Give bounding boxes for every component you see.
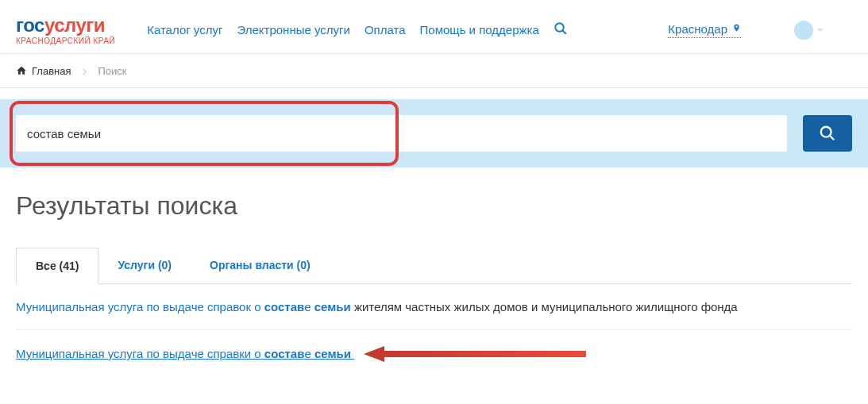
nav-payment[interactable]: Оплата	[365, 23, 406, 37]
search-band	[0, 99, 868, 167]
logo-sub: КРАСНОДАРСКИЙ КРАЙ	[16, 37, 115, 45]
tab-all[interactable]: Все (41)	[16, 248, 98, 284]
logo-p2: услуги	[44, 14, 105, 36]
result-item: Муниципальная услуга по выдаче справки о…	[16, 330, 852, 380]
svg-marker-4	[364, 346, 586, 362]
region-selector[interactable]: Краснодар	[668, 22, 741, 38]
breadcrumb: Главная › Поиск	[0, 53, 868, 88]
user-menu[interactable]	[765, 17, 852, 43]
breadcrumb-home-label: Главная	[32, 65, 71, 77]
search-input[interactable]	[27, 127, 776, 140]
tab-authorities[interactable]: Органы власти (0)	[191, 248, 330, 283]
search-input-wrap[interactable]	[16, 115, 787, 152]
nav-eservices[interactable]: Электронные услуги	[237, 23, 349, 37]
header: госуслуги КРАСНОДАРСКИЙ КРАЙ Каталог усл…	[0, 0, 868, 53]
search-button[interactable]	[803, 115, 852, 152]
svg-line-1	[562, 30, 566, 34]
home-icon	[16, 65, 27, 76]
tabs: Все (41) Услуги (0) Органы власти (0)	[16, 248, 852, 284]
result-link[interactable]: Муниципальная услуга по выдаче справки о…	[16, 347, 354, 360]
result-link[interactable]: Муниципальная услуга по выдаче справок о…	[16, 300, 738, 314]
nav-help[interactable]: Помощь и поддержка	[420, 23, 539, 37]
logo[interactable]: госуслуги КРАСНОДАРСКИЙ КРАЙ	[16, 14, 115, 45]
svg-point-0	[555, 23, 564, 32]
svg-line-3	[830, 136, 835, 140]
results-area: Результаты поиска Все (41) Услуги (0) Ор…	[0, 167, 868, 396]
search-icon[interactable]	[554, 21, 568, 38]
avatar	[794, 21, 813, 40]
breadcrumb-current: Поиск	[98, 65, 126, 77]
svg-point-2	[821, 127, 831, 137]
logo-p1: гос	[16, 14, 44, 36]
nav: Каталог услуг Электронные услуги Оплата …	[147, 21, 640, 38]
tab-services[interactable]: Услуги (0)	[98, 248, 191, 283]
search-icon	[819, 125, 836, 142]
results-title: Результаты поиска	[16, 191, 852, 221]
nav-catalog[interactable]: Каталог услуг	[147, 23, 222, 37]
region-name: Краснодар	[668, 22, 727, 36]
arrow-icon	[364, 346, 586, 364]
breadcrumb-home[interactable]: Главная	[16, 65, 71, 77]
result-item: Муниципальная услуга по выдаче справок о…	[16, 284, 852, 330]
chevron-down-icon	[817, 29, 824, 32]
pin-icon	[732, 22, 741, 36]
breadcrumb-sep: ›	[82, 63, 87, 78]
